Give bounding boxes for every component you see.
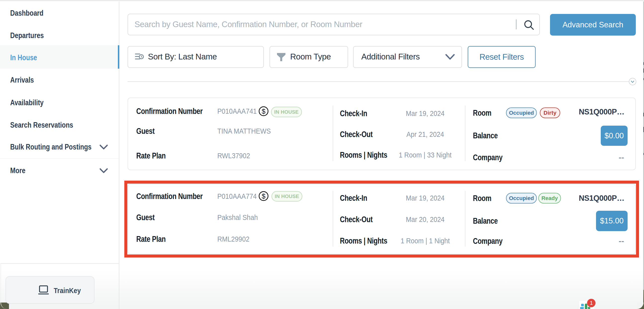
svg-text:$: $ — [262, 193, 265, 200]
svg-text:$: $ — [262, 108, 265, 115]
